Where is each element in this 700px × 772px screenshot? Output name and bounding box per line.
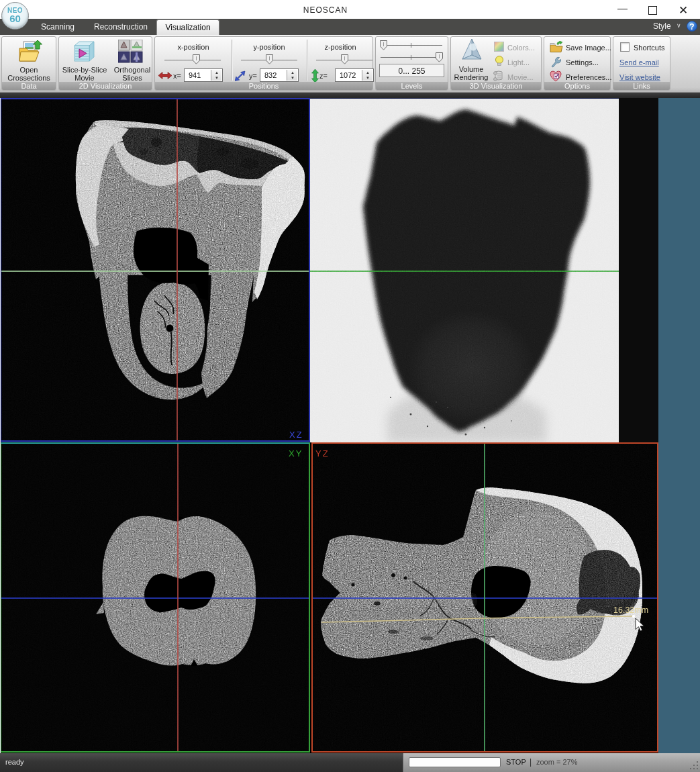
- svg-text:YZ: YZ: [315, 448, 330, 459]
- svg-text:XY: XY: [289, 448, 303, 459]
- svg-text:XZ: XZ: [289, 430, 303, 440]
- svg-text:16.32mm: 16.32mm: [613, 606, 648, 615]
